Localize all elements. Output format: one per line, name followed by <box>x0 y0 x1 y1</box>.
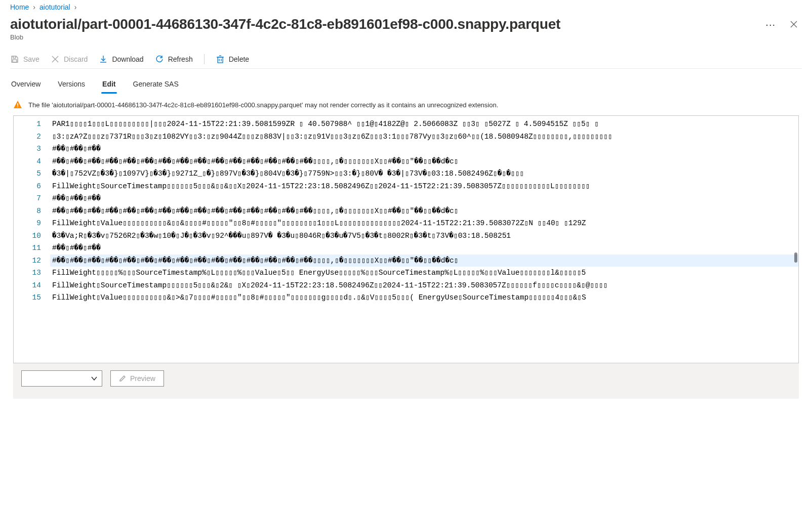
breadcrumb: Home › aiotutorial › <box>10 0 802 13</box>
bottom-bar: Preview <box>13 363 799 399</box>
subtitle: Blob <box>10 32 802 50</box>
download-icon <box>99 55 108 64</box>
warning-icon <box>13 100 22 109</box>
line-gutter: 123456789101112131415 <box>14 116 50 363</box>
discard-icon <box>51 55 60 64</box>
refresh-button[interactable]: Refresh <box>155 55 193 64</box>
tab-edit[interactable]: Edit <box>101 76 116 93</box>
svg-rect-2 <box>13 60 17 62</box>
code-content[interactable]: PAR1▯▯▯▯1▯▯▯L▯▯▯▯▯▯▯▯▯|▯▯▯2024-11-15T22:… <box>50 116 798 363</box>
svg-rect-12 <box>17 103 18 106</box>
chevron-down-icon <box>91 375 98 382</box>
discard-label: Discard <box>64 55 88 63</box>
editor[interactable]: 123456789101112131415 PAR1▯▯▯▯1▯▯▯L▯▯▯▯▯… <box>13 115 799 363</box>
tab-generate-sas[interactable]: Generate SAS <box>132 76 180 93</box>
delete-button[interactable]: Delete <box>216 55 249 64</box>
breadcrumb-aiotutorial[interactable]: aiotutorial <box>39 3 70 11</box>
breadcrumb-home[interactable]: Home <box>10 3 29 11</box>
separator <box>204 54 205 64</box>
save-label: Save <box>23 55 39 63</box>
tabs: Overview Versions Edit Generate SAS <box>10 69 802 93</box>
page-title: aiotutorial/part-00001-44686130-347f-4c2… <box>10 16 560 32</box>
save-icon <box>10 55 19 64</box>
chevron-right-icon: › <box>74 3 77 11</box>
close-icon[interactable] <box>790 20 798 28</box>
svg-rect-13 <box>17 107 18 108</box>
delete-icon <box>216 55 225 64</box>
warning-banner: The file 'aiotutorial/part-00001-4468613… <box>10 93 802 115</box>
preview-label: Preview <box>130 374 155 383</box>
preview-button: Preview <box>110 370 164 387</box>
refresh-icon <box>155 55 164 64</box>
svg-rect-7 <box>218 57 223 63</box>
tab-versions[interactable]: Versions <box>57 76 86 93</box>
refresh-label: Refresh <box>168 55 193 63</box>
more-icon[interactable]: ··· <box>765 19 776 30</box>
save-button: Save <box>10 55 39 64</box>
discard-button: Discard <box>51 55 88 64</box>
download-label: Download <box>112 55 143 63</box>
delete-label: Delete <box>229 55 249 63</box>
chevron-right-icon: › <box>33 3 35 11</box>
warning-text: The file 'aiotutorial/part-00001-4468613… <box>28 101 498 109</box>
pencil-icon <box>119 375 126 382</box>
language-dropdown[interactable] <box>21 370 102 387</box>
tab-overview[interactable]: Overview <box>10 76 42 93</box>
toolbar: Save Discard Download Refresh <box>10 50 802 69</box>
download-button[interactable]: Download <box>99 55 143 64</box>
scrollbar-thumb[interactable] <box>794 252 797 263</box>
